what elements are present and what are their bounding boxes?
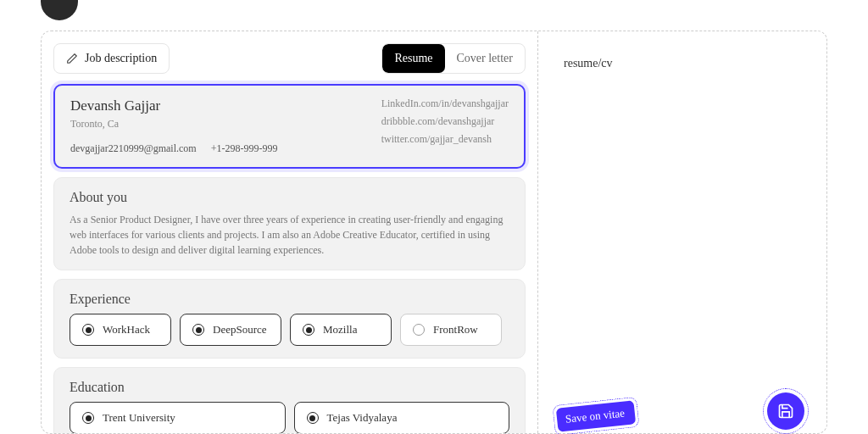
header-card[interactable]: Devansh Gajjar Toronto, Ca devgajjar2210…: [53, 84, 526, 169]
chip-trent[interactable]: Trent University: [70, 402, 286, 433]
chip-label: FrontRow: [433, 323, 478, 337]
job-description-label: Job description: [85, 52, 157, 65]
avatar[interactable]: [41, 0, 78, 20]
twitter-link[interactable]: twitter.com/gajjar_devansh: [381, 133, 509, 146]
chip-label: Mozilla: [323, 323, 357, 337]
education-title: Education: [70, 380, 509, 395]
save-badge[interactable]: Save on vitae: [556, 400, 636, 431]
chip-mozilla[interactable]: Mozilla: [290, 314, 392, 346]
radio-icon: [307, 412, 319, 424]
chip-label: Tejas Vidyalaya: [327, 411, 398, 425]
about-title: About you: [70, 190, 509, 205]
education-chips: Trent University Tejas Vidyalaya: [70, 402, 509, 433]
dribbble-link[interactable]: dribbble.com/devanshgajjar: [381, 115, 509, 128]
chip-label: DeepSource: [213, 323, 267, 337]
save-icon: [777, 403, 794, 420]
editor-column: Job description Resume Cover letter Deva…: [42, 31, 537, 433]
social-links: LinkedIn.com/in/devanshgajjar dribbble.c…: [381, 97, 509, 155]
tab-cover-letter[interactable]: Cover letter: [445, 44, 525, 73]
chip-tejas[interactable]: Tejas Vidyalaya: [294, 402, 510, 433]
education-card[interactable]: Education Trent University Tejas Vidyala…: [53, 367, 526, 433]
pencil-icon: [66, 53, 78, 64]
about-card[interactable]: About you As a Senior Product Designer, …: [53, 177, 526, 270]
experience-card[interactable]: Experience WorkHack DeepSource Mozilla F…: [53, 279, 526, 359]
experience-title: Experience: [70, 292, 509, 307]
chip-workhack[interactable]: WorkHack: [70, 314, 171, 346]
chip-frontrow[interactable]: FrontRow: [400, 314, 502, 346]
radio-icon: [192, 324, 204, 336]
experience-chips: WorkHack DeepSource Mozilla FrontRow: [70, 314, 509, 346]
chip-deepsource[interactable]: DeepSource: [180, 314, 281, 346]
location: Toronto, Ca: [70, 118, 289, 131]
phone: +1-298-999-999: [211, 142, 278, 154]
save-fab[interactable]: [767, 392, 804, 430]
chip-label: WorkHack: [103, 323, 150, 337]
main-panel: Job description Resume Cover letter Deva…: [41, 31, 827, 434]
preview-pane: resume/cv: [550, 43, 815, 421]
about-body: As a Senior Product Designer, I have ove…: [70, 212, 509, 258]
preview-column: resume/cv Save on vitae: [538, 31, 826, 433]
radio-icon: [82, 412, 94, 424]
preview-title: resume/cv: [564, 57, 801, 70]
job-description-button[interactable]: Job description: [53, 43, 170, 74]
save-label: Save on vitae: [565, 406, 625, 425]
radio-icon: [413, 324, 425, 336]
email: devgajjar2210999@gmail.com: [70, 142, 197, 154]
chip-label: Trent University: [103, 411, 175, 425]
linkedin-link[interactable]: LinkedIn.com/in/devanshgajjar: [381, 97, 509, 110]
tab-resume[interactable]: Resume: [382, 44, 444, 73]
radio-icon: [82, 324, 94, 336]
radio-icon: [303, 324, 314, 336]
doc-tabs: Resume Cover letter: [381, 43, 526, 74]
contacts: devgajjar2210999@gmail.com +1-298-999-99…: [70, 142, 289, 155]
topbar: Job description Resume Cover letter: [53, 43, 526, 74]
name: Devansh Gajjar: [70, 97, 289, 114]
